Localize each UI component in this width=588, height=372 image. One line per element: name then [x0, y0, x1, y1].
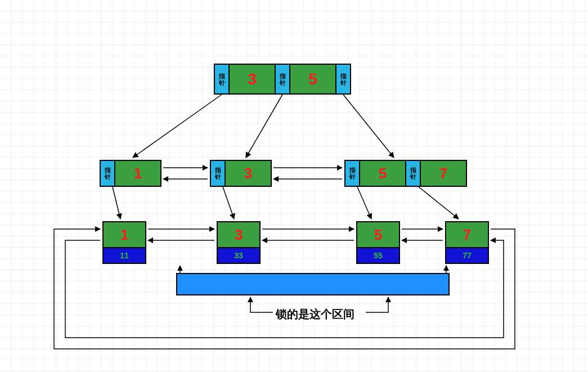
leaf-0-value: 11: [102, 247, 146, 264]
l2a-key-0: 1: [114, 160, 161, 187]
svg-line-2: [343, 95, 394, 158]
leaf-0-key: 1: [102, 221, 146, 248]
l2b-pointer-0: 指 针: [210, 160, 226, 187]
l2a-pointer-0: 指 针: [100, 160, 115, 187]
lock-caption: 锁的是这个区间: [276, 307, 354, 322]
leaf-3-value: 77: [445, 247, 489, 264]
root-pointer-2: 指 针: [335, 64, 351, 95]
svg-line-9: [357, 187, 371, 219]
leaf-1-key: 3: [217, 221, 261, 248]
l2c-key-0: 5: [359, 160, 406, 187]
leaf-2-key: 5: [356, 221, 400, 248]
leaf-3-key: 7: [445, 221, 489, 248]
root-key-0: 3: [228, 64, 276, 95]
leaf-1-value: 33: [217, 247, 261, 264]
diagram-stage: 指 针 3 指 针 5 指 针 指 针 1 指 针 3 指 针 5 指 针 7 …: [0, 0, 588, 372]
l2c-pointer-1: 指 针: [405, 160, 421, 187]
l2b-key-0: 3: [225, 160, 272, 187]
root-pointer-1: 指 针: [275, 64, 290, 95]
l2c-key-1: 7: [420, 160, 467, 187]
svg-line-7: [113, 187, 120, 219]
l2c-pointer-0: 指 针: [344, 160, 360, 187]
lock-range-bar: [176, 273, 450, 295]
root-key-1: 5: [289, 64, 336, 95]
root-pointer-0: 指 针: [214, 64, 230, 95]
svg-line-8: [223, 187, 234, 219]
leaf-2-value: 55: [356, 247, 400, 264]
svg-line-1: [246, 95, 282, 158]
svg-line-0: [133, 95, 222, 158]
svg-line-10: [419, 187, 459, 219]
